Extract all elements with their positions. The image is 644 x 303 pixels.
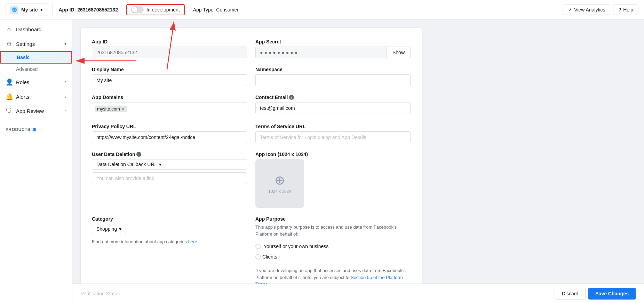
user-data-deletion-group: User Data Deletion i Data Deletion Callb… bbox=[92, 152, 247, 199]
deletion-info-icon[interactable]: i bbox=[136, 152, 141, 157]
help-icon: ? bbox=[618, 7, 621, 13]
app-id-value: 263168708552132 bbox=[77, 7, 118, 13]
purpose-radio-self[interactable] bbox=[255, 244, 261, 249]
purpose-option2-label: Clients bbox=[262, 254, 277, 260]
alerts-chevron-icon: › bbox=[65, 94, 66, 99]
user-data-deletion-label: User Data Deletion i bbox=[92, 152, 247, 157]
show-secret-button[interactable]: Show bbox=[387, 47, 411, 58]
basic-item-wrapper: Basic bbox=[0, 51, 72, 64]
save-changes-button[interactable]: Save Changes bbox=[588, 288, 636, 300]
discard-button[interactable]: Discard bbox=[555, 288, 586, 300]
deletion-link-field[interactable] bbox=[92, 172, 247, 184]
roles-icon: 👤 bbox=[6, 78, 13, 86]
main-content: App ID App Secret Show Display Name Name… bbox=[72, 19, 644, 303]
development-toggle-area: In development bbox=[126, 4, 185, 15]
sidebar-divider bbox=[0, 121, 72, 121]
advanced-label: Advanced bbox=[16, 66, 38, 72]
namespace-field[interactable] bbox=[255, 74, 411, 86]
tos-field[interactable] bbox=[255, 131, 411, 143]
tos-group: Terms of Service URL bbox=[255, 124, 411, 143]
app-secret-row: Show bbox=[255, 47, 411, 58]
sidebar: ⌂ Dashboard ⚙ Settings ▾ Basic Advanced … bbox=[0, 19, 72, 303]
domain-tag-remove[interactable]: ✕ bbox=[121, 107, 125, 111]
app-secret-field bbox=[255, 47, 387, 58]
bottom-bar: Verification Status Discard Save Changes bbox=[72, 284, 644, 303]
clients-info-icon[interactable]: i bbox=[279, 254, 280, 260]
domain-tag: mysite.com ✕ bbox=[95, 106, 127, 112]
contact-email-group: Contact Email i bbox=[255, 95, 411, 115]
category-more-text: Find out more information about app cate… bbox=[92, 239, 247, 244]
site-icon: 🌐 bbox=[10, 6, 18, 14]
sidebar-item-label: Roles bbox=[16, 79, 29, 85]
purpose-radio-clients[interactable] bbox=[255, 254, 261, 260]
app-icon-group: App Icon (1024 x 1024) ⊕ 1024 x 1024 bbox=[255, 152, 411, 208]
sidebar-item-roles[interactable]: 👤 Roles › bbox=[0, 75, 72, 89]
sidebar-item-basic[interactable]: Basic bbox=[1, 52, 71, 63]
settings-card: App ID App Secret Show Display Name Name… bbox=[81, 28, 422, 303]
sidebar-item-alerts[interactable]: 🔔 Alerts › bbox=[0, 89, 72, 104]
category-caret-icon: ▾ bbox=[119, 226, 121, 232]
app-review-chevron-icon: › bbox=[65, 109, 66, 114]
deletion-callback-label: Data Deletion Callback URL bbox=[96, 162, 157, 167]
app-domains-input[interactable]: mysite.com ✕ bbox=[92, 102, 247, 115]
add-product-icon[interactable]: ⊕ bbox=[32, 127, 37, 132]
form-row-1: App ID App Secret Show bbox=[92, 39, 411, 58]
view-analytics-button[interactable]: ↗ View Analytics bbox=[563, 5, 610, 15]
basic-label: Basic bbox=[17, 55, 30, 60]
development-toggle[interactable] bbox=[131, 6, 144, 13]
category-here-link[interactable]: here bbox=[188, 239, 197, 244]
sidebar-item-settings[interactable]: ⚙ Settings ▾ bbox=[0, 36, 72, 51]
app-icon-upload[interactable]: ⊕ 1024 x 1024 bbox=[255, 159, 304, 208]
app-id-field bbox=[92, 47, 247, 58]
contact-email-field[interactable] bbox=[255, 102, 411, 114]
app-review-icon: 🛡 bbox=[6, 107, 13, 115]
form-row-6: Category Shopping ▾ Find out more inform… bbox=[92, 216, 411, 288]
namespace-label: Namespace bbox=[255, 67, 411, 72]
topbar-right: ↗ View Analytics ? Help bbox=[563, 5, 638, 15]
app-purpose-group: App Purpose This app's primary purpose i… bbox=[255, 216, 411, 288]
sidebar-item-app-review[interactable]: 🛡 App Review › bbox=[0, 104, 72, 118]
topbar-divider bbox=[53, 4, 53, 15]
category-value: Shopping bbox=[96, 226, 117, 232]
sidebar-item-dashboard[interactable]: ⌂ Dashboard bbox=[0, 22, 72, 36]
app-id-group: App ID bbox=[92, 39, 247, 58]
namespace-group: Namespace bbox=[255, 67, 411, 86]
verification-status: Verification Status bbox=[81, 291, 120, 296]
privacy-policy-label: Privacy Policy URL bbox=[92, 124, 247, 129]
toggle-knob bbox=[132, 7, 137, 13]
display-name-group: Display Name bbox=[92, 67, 247, 86]
tos-label: Terms of Service URL bbox=[255, 124, 411, 129]
development-status: In development bbox=[146, 7, 180, 13]
deletion-dropdown[interactable]: Data Deletion Callback URL ▾ bbox=[92, 159, 247, 170]
domain-tag-value: mysite.com bbox=[97, 106, 120, 112]
deletion-dropdown-caret: ▾ bbox=[159, 162, 161, 167]
topbar-app-id: App ID: 263168708552132 bbox=[58, 7, 118, 13]
form-row-4: Privacy Policy URL Terms of Service URL bbox=[92, 124, 411, 143]
topbar: 🌐 My site ▾ App ID: 263168708552132 In d… bbox=[0, 0, 644, 19]
form-row-3: App Domains mysite.com ✕ Contact Email i bbox=[92, 95, 411, 115]
contact-email-info-icon[interactable]: i bbox=[289, 95, 294, 100]
purpose-option-clients[interactable]: Clients i bbox=[255, 254, 411, 260]
app-icon-size: 1024 x 1024 bbox=[268, 189, 291, 194]
privacy-policy-field[interactable] bbox=[92, 131, 247, 143]
site-selector[interactable]: 🌐 My site ▾ bbox=[6, 3, 47, 16]
help-button[interactable]: ? Help bbox=[613, 5, 638, 15]
app-domains-group: App Domains mysite.com ✕ bbox=[92, 95, 247, 115]
app-purpose-desc: This app's primary purpose is to access … bbox=[255, 224, 411, 237]
purpose-option1-label: Yourself or your own business bbox=[264, 244, 328, 249]
roles-chevron-icon: › bbox=[65, 80, 66, 84]
add-icon: ⊕ bbox=[275, 173, 285, 188]
app-domains-label: App Domains bbox=[92, 95, 247, 100]
alerts-icon: 🔔 bbox=[6, 93, 13, 100]
site-name: My site bbox=[21, 7, 38, 13]
site-dropdown-icon: ▾ bbox=[40, 7, 42, 12]
sidebar-item-label: Alerts bbox=[16, 94, 29, 100]
settings-chevron-icon: ▾ bbox=[64, 41, 66, 46]
category-dropdown[interactable]: Shopping ▾ bbox=[92, 224, 126, 234]
display-name-field[interactable] bbox=[92, 74, 247, 86]
sidebar-item-advanced[interactable]: Advanced bbox=[0, 64, 72, 75]
sidebar-item-label: Settings bbox=[16, 41, 35, 47]
purpose-option-self[interactable]: Yourself or your own business bbox=[255, 244, 411, 249]
category-group: Category Shopping ▾ Find out more inform… bbox=[92, 216, 247, 279]
bottom-actions: Discard Save Changes bbox=[555, 288, 636, 300]
